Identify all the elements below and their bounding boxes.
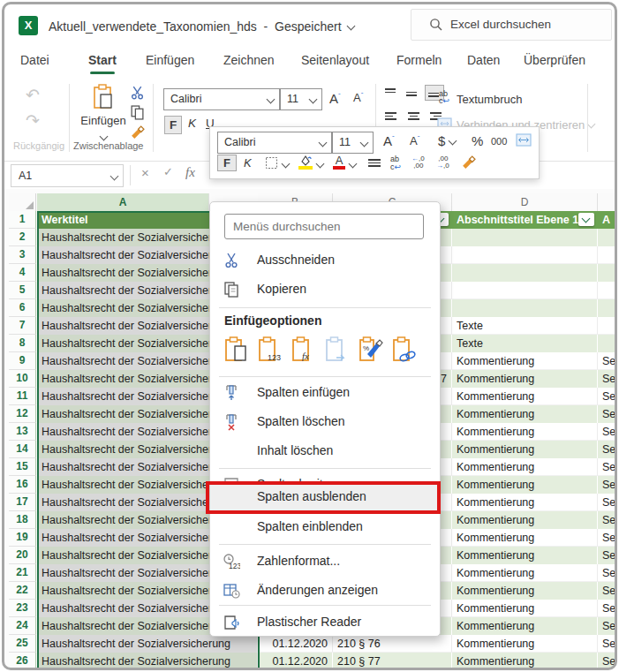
mini-italic-button[interactable]: K [244, 156, 252, 170]
copy-icon[interactable] [130, 105, 145, 120]
menu-item-spalten-einblenden[interactable]: Spalten einblenden [210, 513, 440, 542]
paste-button[interactable]: Einfügen [80, 84, 126, 145]
wrap-text-button[interactable]: Textumbruch [457, 93, 522, 106]
italic-button[interactable]: K [188, 117, 196, 130]
row-header-2[interactable]: 2 [9, 229, 36, 246]
cell-D16[interactable]: Kommentierung [452, 476, 598, 494]
borders-dropdown-icon[interactable] [282, 160, 291, 169]
cell-D14[interactable]: Kommentierung [452, 441, 598, 458]
increase-font-icon[interactable]: Aˆ [329, 91, 341, 106]
mini-decrease-font-icon[interactable]: Aˇ [410, 134, 419, 147]
cell-D22[interactable]: Kommentierung [452, 582, 598, 600]
cell-E15[interactable]: Se [598, 458, 615, 476]
row-header-18[interactable]: 18 [9, 511, 36, 529]
cell-D1[interactable]: Abschnittstitel Ebene 1 [452, 211, 598, 229]
row-header-21[interactable]: 21 [9, 564, 36, 582]
mini-align-icon[interactable] [366, 155, 385, 171]
row-header-8[interactable]: 8 [9, 335, 36, 352]
cell-D15[interactable]: Kommentierung [452, 458, 598, 476]
row-header-24[interactable]: 24 [9, 617, 36, 635]
cell-E25[interactable]: Se [598, 635, 615, 653]
cell-C25[interactable]: 210 § 76 [333, 635, 452, 653]
cell-D9[interactable]: Kommentierung [452, 352, 598, 370]
cell-E16[interactable]: Se [598, 476, 615, 494]
tab-ueberpruefen[interactable]: Überprüfen [524, 53, 585, 67]
row-header-10[interactable]: 10 [9, 370, 36, 388]
currency-format-button[interactable]: $ [438, 133, 456, 148]
cell-E11[interactable]: Se [598, 388, 615, 405]
percent-format-button[interactable]: % [472, 133, 483, 148]
cell-E21[interactable]: Se [598, 564, 615, 582]
cell-D17[interactable]: Kommentierung [452, 494, 598, 511]
cell-B26[interactable]: 01.12.2020 [258, 653, 333, 668]
mini-font-size-select[interactable]: 11 [332, 132, 374, 154]
cell-E3[interactable] [598, 246, 615, 264]
tab-seitenlayout[interactable]: Seitenlayout [301, 53, 369, 67]
cell-D6[interactable] [452, 299, 598, 317]
mini-increase-font-icon[interactable]: Aˆ [383, 133, 395, 148]
cell-E19[interactable]: Se [598, 529, 615, 547]
row-header-5[interactable]: 5 [9, 282, 36, 299]
mini-wrap-icon[interactable]: abc↩ [390, 155, 401, 171]
row-header-1[interactable]: 1 [9, 211, 36, 229]
tab-einfuegen[interactable]: Einfügen [146, 53, 194, 67]
cell-E13[interactable]: Se [598, 423, 615, 441]
cell-D26[interactable]: Kommentierung [452, 653, 598, 668]
paste-values-icon[interactable]: 123 [258, 336, 283, 363]
cell-C26[interactable]: 210 § 77 [333, 653, 452, 668]
column-header-D[interactable]: D [452, 193, 598, 212]
cell-E26[interactable]: Se [598, 653, 615, 668]
borders-icon[interactable] [265, 156, 278, 170]
cell-E1[interactable]: A [598, 211, 615, 229]
cell-D13[interactable]: Kommentierung [452, 423, 598, 441]
row-header-6[interactable]: 6 [9, 299, 36, 317]
cell-D5[interactable] [452, 282, 598, 299]
format-painter-icon[interactable] [130, 125, 145, 140]
tab-formeln[interactable]: Formeln [396, 53, 442, 67]
cell-B25[interactable]: 01.12.2020 [258, 635, 333, 653]
row-header-16[interactable]: 16 [9, 476, 36, 494]
align-top-icon[interactable] [382, 85, 402, 101]
cell-D24[interactable]: Kommentierung [452, 617, 598, 635]
paste-keep-source-icon[interactable] [224, 336, 249, 363]
cell-D8[interactable]: Texte [452, 335, 598, 352]
row-header-23[interactable]: 23 [9, 600, 36, 617]
fill-color-button[interactable] [298, 155, 313, 170]
mini-bold-button[interactable]: F [217, 155, 237, 171]
cell-D23[interactable]: Kommentierung [452, 600, 598, 617]
row-header-17[interactable]: 17 [9, 494, 36, 511]
tab-datei[interactable]: Datei [20, 53, 49, 67]
cell-D18[interactable]: Kommentierung [452, 511, 598, 529]
mini-font-name-select[interactable]: Calibri [217, 132, 332, 154]
row-header-19[interactable]: 19 [9, 529, 36, 547]
row-header-7[interactable]: 7 [9, 317, 36, 335]
row-header-25[interactable]: 25 [9, 635, 36, 653]
align-left-icon[interactable] [382, 109, 402, 125]
menu-search-input[interactable]: Menüs durchsuchen [224, 214, 424, 239]
menu-item-spalten-einfuegen[interactable]: Spalten einfügen [210, 379, 440, 408]
excel-logo-icon[interactable]: X [19, 16, 38, 35]
font-name-select[interactable]: Calibri [163, 88, 280, 110]
document-title[interactable]: Aktuell_verwendete_Taxonomien_hds - Gesp… [49, 19, 354, 34]
increase-decimal-button[interactable]: ,00 →,0 [436, 155, 449, 170]
fx-icon[interactable]: fx [185, 165, 195, 180]
bold-button[interactable]: F [164, 116, 182, 134]
row-header-22[interactable]: 22 [9, 582, 36, 600]
cell-D2[interactable] [452, 229, 598, 246]
tab-zeichnen[interactable]: Zeichnen [223, 53, 275, 67]
decrease-decimal-button[interactable]: ←,0 ,00 [411, 155, 425, 170]
cell-E20[interactable]: Se [598, 547, 615, 564]
cell-E6[interactable] [598, 299, 615, 317]
paste-formulas-icon[interactable]: fx [291, 336, 316, 363]
cancel-icon[interactable]: × [141, 165, 149, 180]
mini-merge-icon[interactable] [516, 133, 532, 147]
cell-E17[interactable]: Se [598, 494, 615, 511]
menu-item-spalten-loeschen[interactable]: Spalten löschen [210, 408, 440, 437]
menu-item-spalten-ausblenden[interactable]: Spalten ausblenden [210, 484, 440, 511]
cell-D4[interactable] [452, 264, 598, 282]
name-box[interactable]: A1 [11, 164, 124, 187]
cell-E18[interactable]: Se [598, 511, 615, 529]
menu-item-kopieren[interactable]: Kopieren [210, 276, 440, 305]
redo-icon[interactable]: ↷ [26, 112, 40, 129]
cell-D3[interactable] [452, 246, 598, 264]
